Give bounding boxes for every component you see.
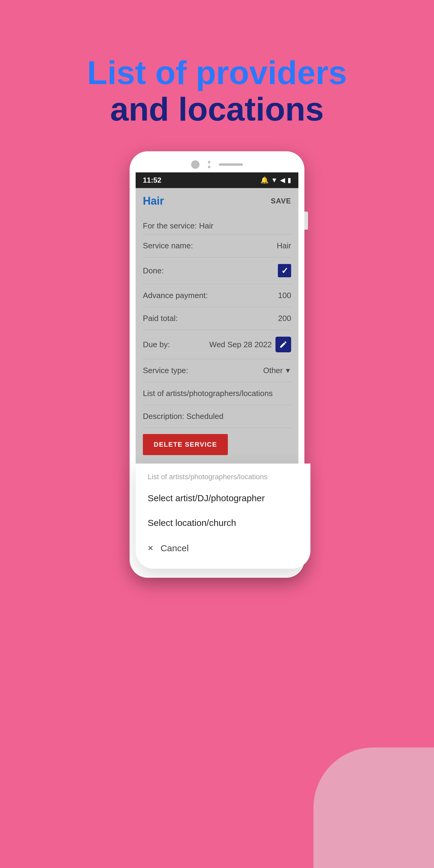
service-type-value: Other <box>263 366 283 375</box>
app-bar-title: Hair <box>143 195 164 207</box>
dropdown-arrow-icon: ▼ <box>284 367 291 375</box>
status-time: 11:52 <box>143 176 161 184</box>
edit-icon <box>279 340 287 349</box>
paid-total-row: Paid total: 200 <box>135 307 299 330</box>
service-name-row: Service name: Hair <box>135 235 299 257</box>
select-location-option[interactable]: Select location/church <box>148 510 299 535</box>
description-row: Description: Scheduled <box>135 405 299 428</box>
due-by-row: Due by: Wed Sep 28 2022 <box>135 330 299 359</box>
delete-service-button[interactable]: DELETE SERVICE <box>143 434 228 455</box>
cancel-label: Cancel <box>161 543 189 553</box>
description-text: Description: Scheduled <box>143 412 223 421</box>
divider-9 <box>143 428 291 428</box>
cancel-row[interactable]: × Cancel <box>148 542 299 554</box>
select-location-label: Select location/church <box>148 518 236 528</box>
power-button <box>304 212 308 230</box>
speaker-line <box>219 163 243 166</box>
phone-body: 11:52 🔔 ▼ ◀ ▮ Hair SAVE For the service:… <box>130 151 304 578</box>
advance-payment-label: Advance payment: <box>143 291 208 300</box>
select-artist-label: Select artist/DJ/photographer <box>148 493 265 503</box>
done-checkbox[interactable]: ✓ <box>278 264 291 277</box>
notification-icon: 🔔 <box>260 176 269 184</box>
save-button[interactable]: SAVE <box>271 197 291 205</box>
service-type-right[interactable]: Other ▼ <box>263 366 291 375</box>
phone-mockup: 11:52 🔔 ▼ ◀ ▮ Hair SAVE For the service:… <box>130 151 304 578</box>
service-name-label: Service name: <box>143 241 193 250</box>
paid-total-label: Paid total: <box>143 314 178 323</box>
service-type-row: Service type: Other ▼ <box>135 359 299 382</box>
service-type-label: Service type: <box>143 366 188 375</box>
status-bar: 11:52 🔔 ▼ ◀ ▮ <box>135 173 299 188</box>
battery-icon: ▮ <box>287 176 291 184</box>
cancel-x-icon: × <box>148 542 153 554</box>
heading-line2: and locations <box>87 91 347 127</box>
app-content: For the service: Hair Service name: Hair… <box>135 214 299 464</box>
due-by-label: Due by: <box>143 340 170 349</box>
advance-payment-value: 100 <box>278 291 291 300</box>
signal-icon: ◀ <box>280 176 285 184</box>
advance-payment-row: Advance payment: 100 <box>135 284 299 307</box>
select-artist-option[interactable]: Select artist/DJ/photographer <box>148 490 299 510</box>
heading-line1: List of providers <box>87 54 347 91</box>
edit-date-button[interactable] <box>276 337 291 352</box>
due-by-value: Wed Sep 28 2022 <box>209 340 272 349</box>
page-heading: List of providers and locations <box>87 54 347 127</box>
due-by-right: Wed Sep 28 2022 <box>209 337 291 352</box>
list-row-text: List of artists/photographers/locations <box>143 389 273 398</box>
front-camera <box>191 160 199 169</box>
done-row: Done: ✓ <box>135 257 299 284</box>
notch-dots <box>205 160 213 169</box>
wifi-icon: ▼ <box>271 176 278 184</box>
service-name-value: Hair <box>277 241 291 250</box>
bottom-sheet-label: List of artists/photographers/locations <box>148 472 299 481</box>
list-row[interactable]: List of artists/photographers/locations <box>135 382 299 405</box>
bottom-sheet: List of artists/photographers/locations … <box>135 464 310 569</box>
status-icons: 🔔 ▼ ◀ ▮ <box>260 176 291 184</box>
done-label: Done: <box>143 266 164 276</box>
bg-decoration <box>313 747 434 868</box>
app-bar: Hair SAVE <box>135 188 299 214</box>
paid-total-value: 200 <box>278 314 291 323</box>
service-header: For the service: Hair <box>135 214 299 234</box>
phone-notch <box>135 160 299 169</box>
checkmark-icon: ✓ <box>281 266 288 276</box>
